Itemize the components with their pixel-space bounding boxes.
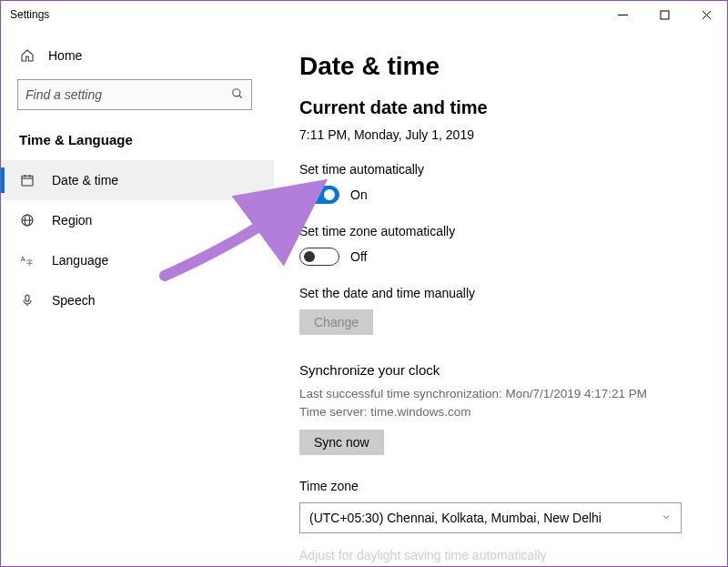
page-title: Date & time <box>299 52 709 81</box>
home-label: Home <box>48 48 82 63</box>
microphone-icon <box>19 293 35 308</box>
timezone-label: Time zone <box>299 479 709 493</box>
globe-icon <box>19 213 35 228</box>
minimize-button[interactable] <box>602 1 643 28</box>
maximize-button[interactable] <box>643 1 685 28</box>
sidebar-item-language[interactable]: A字 Language <box>1 240 274 280</box>
manual-dt-label: Set the date and time manually <box>299 286 709 300</box>
svg-point-4 <box>233 88 240 96</box>
sync-heading: Synchronize your clock <box>299 362 709 378</box>
timezone-dropdown[interactable]: (UTC+05:30) Chennai, Kolkata, Mumbai, Ne… <box>299 502 682 533</box>
close-button[interactable] <box>685 1 727 28</box>
timezone-value: (UTC+05:30) Chennai, Kolkata, Mumbai, Ne… <box>309 511 602 525</box>
search-box[interactable] <box>17 79 252 110</box>
svg-line-5 <box>239 95 242 97</box>
calendar-icon <box>19 173 35 187</box>
svg-rect-15 <box>25 295 29 301</box>
svg-rect-1 <box>661 11 669 19</box>
chevron-down-icon <box>661 511 672 525</box>
sidebar-item-date-time[interactable]: Date & time <box>1 160 274 200</box>
set-tz-auto-state: Off <box>350 249 367 264</box>
current-datetime-value: 7:11 PM, Monday, July 1, 2019 <box>299 127 709 142</box>
app-title: Settings <box>10 8 49 21</box>
set-time-auto-label: Set time automatically <box>299 162 709 177</box>
dst-label: Adjust for daylight saving time automati… <box>299 548 709 562</box>
svg-rect-6 <box>22 176 33 186</box>
sidebar-item-label: Language <box>52 253 108 268</box>
current-datetime-heading: Current date and time <box>299 97 709 118</box>
home-icon <box>19 48 35 63</box>
main-panel: Date & time Current date and time 7:11 P… <box>274 28 727 566</box>
section-title: Time & Language <box>1 119 274 160</box>
language-icon: A字 <box>19 253 35 268</box>
sidebar-item-region[interactable]: Region <box>1 200 274 240</box>
sidebar-item-label: Date & time <box>52 173 118 187</box>
svg-text:字: 字 <box>26 259 33 266</box>
titlebar: Settings <box>1 1 727 28</box>
sync-last-line: Last successful time synchronization: Mo… <box>299 385 709 403</box>
sidebar-item-label: Region <box>52 213 92 228</box>
sidebar-item-label: Speech <box>52 293 95 308</box>
svg-text:A: A <box>21 255 25 263</box>
sync-server-line: Time server: time.windows.com <box>299 403 709 421</box>
set-tz-auto-toggle[interactable] <box>299 248 339 266</box>
sidebar-item-speech[interactable]: Speech <box>1 280 274 320</box>
window-controls <box>602 1 727 28</box>
set-time-auto-toggle[interactable] <box>299 186 339 204</box>
change-button: Change <box>299 309 373 335</box>
search-input[interactable] <box>25 87 231 102</box>
home-nav[interactable]: Home <box>1 39 274 72</box>
set-time-auto-state: On <box>350 187 368 202</box>
sidebar: Home Time & Language Date & time Reg <box>1 28 274 566</box>
search-icon <box>231 87 244 103</box>
set-tz-auto-label: Set time zone automatically <box>299 224 709 238</box>
sync-now-button[interactable]: Sync now <box>299 430 384 455</box>
